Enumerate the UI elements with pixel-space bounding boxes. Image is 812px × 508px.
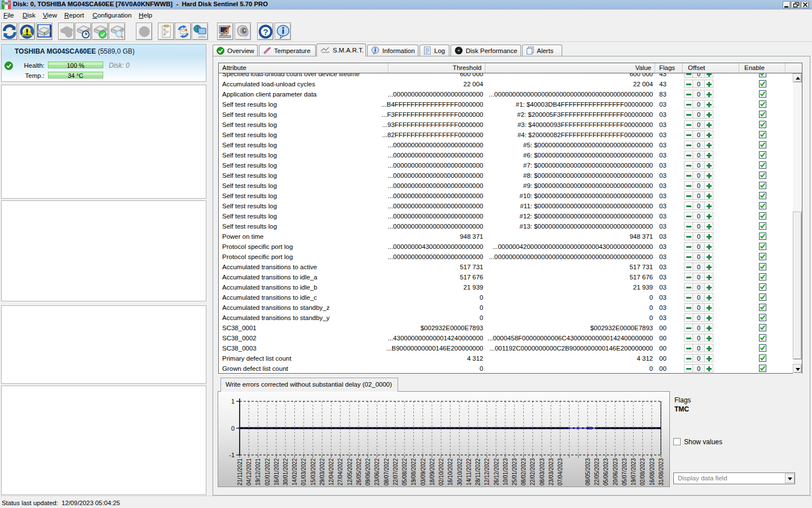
svg-text:23/03/2023: 23/03/2023 [548,458,554,485]
svg-text:12/04/2022: 12/04/2022 [328,458,334,485]
svg-text:29/03/2022: 29/03/2022 [319,458,325,485]
svg-text:30/10/2022: 30/10/2022 [456,458,463,485]
svg-text:19/08/2022: 19/08/2022 [410,458,417,485]
svg-text:09/06/2022: 09/06/2022 [364,458,371,485]
svg-text:21/11/2021: 21/11/2021 [236,458,243,485]
svg-text:07/04/2023: 07/04/2023 [557,458,563,485]
svg-text:05/06/2023: 05/06/2023 [602,458,609,485]
svg-text:18/09/2022: 18/09/2022 [429,458,435,485]
svg-text:26/05/2022: 26/05/2022 [355,458,362,485]
svg-text:22/05/2023: 22/05/2023 [593,458,600,485]
svg-text:16/10/2022: 16/10/2022 [447,458,453,485]
svg-text:14/11/2022: 14/11/2022 [465,458,472,485]
svg-text:08/05/2023: 08/05/2023 [584,458,591,485]
svg-text:04/12/2021: 04/12/2021 [245,458,252,485]
svg-text:08/07/2022: 08/07/2022 [383,458,390,485]
svg-text:25/01/2023: 25/01/2023 [511,458,518,485]
svg-text:01/03/2022: 01/03/2022 [300,458,307,485]
svg-text:26/12/2022: 26/12/2022 [493,458,500,485]
svg-text:05/07/2023: 05/07/2023 [621,458,628,485]
svg-text:20/06/2023: 20/06/2023 [612,458,619,485]
svg-text:?: ? [263,27,268,36]
svg-text:12/12/2022: 12/12/2022 [483,458,490,485]
svg-text:02/08/2023: 02/08/2023 [639,458,646,485]
svg-text:19/07/2023: 19/07/2023 [630,458,637,485]
svg-text:28/11/2022: 28/11/2022 [474,458,481,485]
svg-text:02/10/2022: 02/10/2022 [438,458,444,485]
svg-text:27/04/2022: 27/04/2022 [337,458,343,485]
svg-text:05/08/2022: 05/08/2022 [401,458,408,485]
svg-text:31/08/2023: 31/08/2023 [657,458,664,485]
svg-text:22/07/2022: 22/07/2022 [392,458,399,485]
svg-text:30/01/2022: 30/01/2022 [282,458,289,485]
svg-text:12/05/2022: 12/05/2022 [346,458,353,485]
svg-text:1: 1 [231,398,235,405]
svg-text:16/08/2023: 16/08/2023 [648,458,655,485]
svg-text:23/06/2022: 23/06/2022 [373,458,380,485]
svg-text:22/02/2023: 22/02/2023 [529,458,536,485]
svg-text:16/01/2022: 16/01/2022 [273,458,280,485]
svg-text:08/02/2023: 08/02/2023 [520,458,527,485]
svg-text:03/09/2022: 03/09/2022 [420,458,426,485]
svg-text:19/12/2021: 19/12/2021 [254,458,261,485]
svg-text:02/01/2022: 02/01/2022 [264,458,271,485]
svg-text:08/03/2023: 08/03/2023 [539,458,545,485]
svg-text:14/02/2022: 14/02/2022 [291,458,298,485]
svg-text:-1: -1 [229,452,235,458]
svg-text:0: 0 [231,425,235,432]
svg-text:10/01/2023: 10/01/2023 [502,458,509,485]
svg-text:15/03/2022: 15/03/2022 [310,458,316,485]
